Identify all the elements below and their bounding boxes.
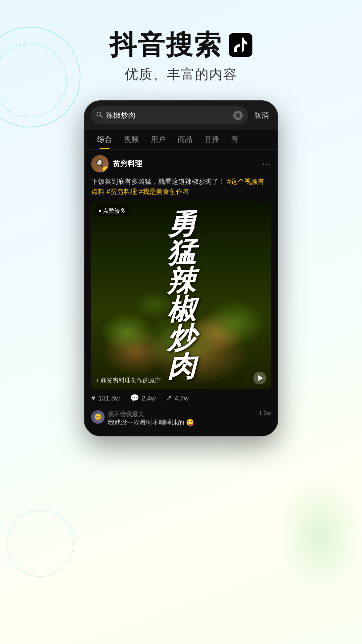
shares-count: 4.7w (175, 394, 189, 402)
bg-decoration-blob (278, 476, 362, 594)
clear-search-button[interactable] (233, 111, 243, 120)
author-info: 🍳 ✓ 贫穷料理 (91, 155, 142, 172)
app-title-text: 抖音搜索 (110, 30, 222, 60)
tab-music[interactable]: 音 (225, 130, 245, 149)
tab-live[interactable]: 直播 (198, 130, 225, 149)
likes-badge-text: 点赞较多 (103, 207, 126, 215)
author-name-text[interactable]: 贫穷料理 (113, 159, 142, 169)
stat-comments[interactable]: 💬 2.4w (130, 394, 156, 402)
comment-text: 我就没一次看时不咽唾沫的 😋 (108, 419, 194, 426)
comment-icon: 💬 (130, 394, 139, 402)
svg-line-1 (101, 115, 103, 117)
comment-content: 我不管我最美 我就没一次看时不咽唾沫的 😋 (108, 410, 255, 427)
bg-decoration-circle-3 (7, 510, 74, 577)
phone-mockup: 辣椒炒肉 取消 综合 视频 用户 商品 (84, 100, 278, 436)
search-icon (97, 112, 103, 119)
post-stats-row: ♥ 131.8w 💬 2.4w ↗ 4.7w (91, 389, 271, 406)
watermark-text: ♪ @贫穷料理创作的原声 (96, 377, 161, 384)
tab-comprehensive[interactable]: 综合 (91, 130, 118, 149)
stat-likes[interactable]: ♥ 131.8w (91, 394, 120, 402)
phone-container: 辣椒炒肉 取消 综合 视频 用户 商品 (0, 97, 362, 436)
video-text-overlay: 勇猛辣椒炒肉 (91, 201, 271, 389)
post-main-text: 下饭菜到底有多凶猛，就看这道辣椒炒肉了！ (91, 178, 225, 185)
commenter-avatar: 😊 (91, 410, 105, 424)
comment-row: 😊 我不管我最美 我就没一次看时不咽唾沫的 😋 1.2w (91, 410, 271, 427)
heart-icon: ♥ (99, 208, 101, 214)
comment-likes-count: 1.2w (259, 410, 271, 417)
search-tabs: 综合 视频 用户 商品 直播 音 (84, 130, 278, 150)
likes-count: 131.8w (98, 394, 120, 402)
play-button[interactable] (253, 372, 266, 384)
cancel-search-button[interactable]: 取消 (252, 110, 271, 120)
comment-section: 😊 我不管我最美 我就没一次看时不咽唾沫的 😋 1.2w (91, 406, 271, 427)
play-triangle-icon (258, 375, 263, 381)
stat-shares[interactable]: ↗ 4.7w (166, 394, 189, 402)
tab-video[interactable]: 视频 (118, 130, 145, 149)
verified-badge-icon: ✓ (103, 166, 109, 172)
tab-product[interactable]: 商品 (172, 130, 198, 149)
post-description: 下饭菜到底有多凶猛，就看这道辣椒炒肉了！ #这个视频有点料 #贫穷料理 #我是美… (91, 176, 271, 197)
search-input-area[interactable]: 辣椒炒肉 (91, 106, 248, 124)
tab-user[interactable]: 用户 (145, 130, 172, 149)
tiktok-logo-icon (229, 33, 252, 57)
more-options-icon[interactable]: ··· (262, 159, 271, 168)
likes-badge: ♥ 点赞较多 (95, 205, 129, 216)
tiktok-watermark: ♪ @贫穷料理创作的原声 (96, 376, 161, 384)
search-bar-container: 辣椒炒肉 取消 (84, 101, 278, 130)
like-icon: ♥ (91, 394, 96, 402)
video-background: 勇猛辣椒炒肉 (91, 201, 271, 389)
comments-count: 2.4w (142, 394, 156, 402)
author-avatar[interactable]: 🍳 ✓ (91, 155, 109, 172)
video-thumbnail[interactable]: 勇猛辣椒炒肉 ♥ 点赞较多 ♪ @贫穷料理创作的原声 (91, 201, 271, 389)
search-query-text: 辣椒炒肉 (106, 110, 230, 120)
post-author-row: 🍳 ✓ 贫穷料理 ··· (91, 155, 271, 172)
share-icon: ↗ (166, 394, 172, 402)
commenter-name[interactable]: 我不管我最美 (108, 411, 144, 418)
video-big-title: 勇猛辣椒炒肉 (167, 209, 195, 381)
search-results-area: 🍳 ✓ 贫穷料理 ··· 下饭菜到底有多凶猛，就看这道辣椒炒肉了！ #这个视频有… (84, 150, 278, 436)
